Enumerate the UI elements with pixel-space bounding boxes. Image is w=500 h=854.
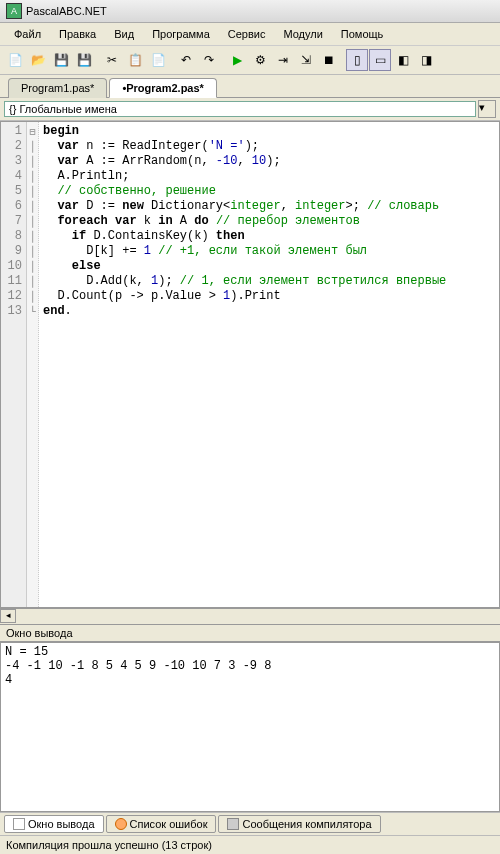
copy-icon[interactable]: 📋	[124, 49, 146, 71]
hscroll[interactable]: ◂	[0, 608, 500, 624]
panel1-icon[interactable]: ▯	[346, 49, 368, 71]
step-into-icon[interactable]: ⇲	[295, 49, 317, 71]
save-icon[interactable]: 💾	[50, 49, 72, 71]
output-area[interactable]: N = 15 -4 -1 10 -1 8 5 4 5 9 -10 10 7 3 …	[0, 642, 500, 812]
bottom-tabs: Окно вывода Список ошибок Сообщения комп…	[0, 812, 500, 835]
fold-minus-icon[interactable]: ⊟	[27, 124, 38, 139]
menu-help[interactable]: Помощь	[333, 25, 392, 43]
run-icon[interactable]: ▶	[226, 49, 248, 71]
menu-file[interactable]: Файл	[6, 25, 49, 43]
compile-icon[interactable]: ⚙	[249, 49, 271, 71]
stop-icon[interactable]: ⏹	[318, 49, 340, 71]
menu-program[interactable]: Программа	[144, 25, 218, 43]
step-icon[interactable]: ⇥	[272, 49, 294, 71]
new-file-icon[interactable]: 📄	[4, 49, 26, 71]
line-gutter: 1 2 3 4 5 6 7 8 9 10 11 12 13	[1, 122, 27, 607]
scope-select[interactable]: {} Глобальные имена	[4, 101, 476, 117]
titlebar: A PascalABC.NET	[0, 0, 500, 23]
panel2-icon[interactable]: ▭	[369, 49, 391, 71]
code-area[interactable]: begin var n := ReadInteger('N ='); var A…	[39, 122, 499, 607]
panel3-icon[interactable]: ◧	[392, 49, 414, 71]
menu-modules[interactable]: Модули	[275, 25, 330, 43]
menu-service[interactable]: Сервис	[220, 25, 274, 43]
paste-icon[interactable]: 📄	[147, 49, 169, 71]
output-header: Окно вывода	[0, 624, 500, 642]
statusbar: Компиляция прошла успешно (13 строк)	[0, 835, 500, 854]
btab-errors[interactable]: Список ошибок	[106, 815, 217, 833]
file-tabs: Program1.pas* •Program2.pas*	[0, 75, 500, 98]
output-icon	[13, 818, 25, 830]
menu-view[interactable]: Вид	[106, 25, 142, 43]
scope-dropdown-icon[interactable]: ▾	[478, 100, 496, 118]
scroll-left-icon[interactable]: ◂	[0, 609, 16, 623]
btab-output[interactable]: Окно вывода	[4, 815, 104, 833]
redo-icon[interactable]: ↷	[198, 49, 220, 71]
save-all-icon[interactable]: 💾	[73, 49, 95, 71]
editor: 1 2 3 4 5 6 7 8 9 10 11 12 13 ⊟ ││││││││…	[0, 121, 500, 608]
tab-program1[interactable]: Program1.pas*	[8, 78, 107, 98]
undo-icon[interactable]: ↶	[175, 49, 197, 71]
app-title: PascalABC.NET	[26, 5, 107, 17]
panel4-icon[interactable]: ◨	[415, 49, 437, 71]
btab-compiler[interactable]: Сообщения компилятора	[218, 815, 380, 833]
errors-icon	[115, 818, 127, 830]
menu-edit[interactable]: Правка	[51, 25, 104, 43]
tab-program2[interactable]: •Program2.pas*	[109, 78, 217, 98]
scope-bar: {} Глобальные имена ▾	[0, 98, 500, 121]
fold-column: ⊟ │││││││││││└	[27, 122, 39, 607]
open-file-icon[interactable]: 📂	[27, 49, 49, 71]
toolbar: 📄 📂 💾 💾 ✂ 📋 📄 ↶ ↷ ▶ ⚙ ⇥ ⇲ ⏹ ▯ ▭ ◧ ◨	[0, 46, 500, 75]
menubar: Файл Правка Вид Программа Сервис Модули …	[0, 23, 500, 46]
compiler-icon	[227, 818, 239, 830]
cut-icon[interactable]: ✂	[101, 49, 123, 71]
app-icon: A	[6, 3, 22, 19]
